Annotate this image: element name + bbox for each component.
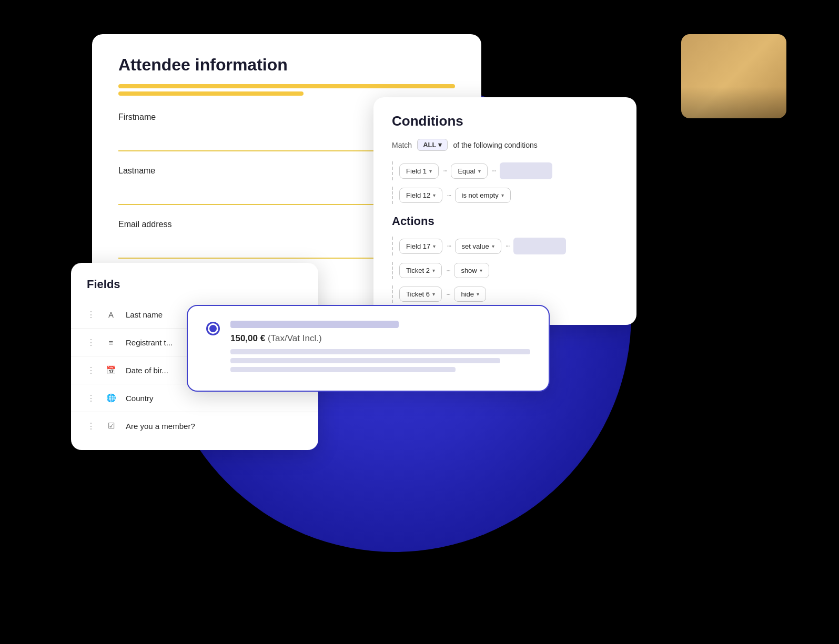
ticket-inner: 150,00 € (Tax/Vat Incl.): [206, 321, 530, 376]
attendee-card-title: Attendee information: [118, 55, 455, 75]
actions-title: Actions: [392, 214, 618, 228]
ticket-desc-line-3: [230, 367, 456, 372]
condition-row-2: Field 12 ▾ ··· is not empty ▾: [392, 187, 618, 204]
drag-handle-icon[interactable]: ⋮: [87, 310, 96, 320]
condition-op2-button[interactable]: is not empty ▾: [455, 188, 511, 203]
ticket-card[interactable]: 150,00 € (Tax/Vat Incl.): [187, 305, 550, 392]
radio-button[interactable]: [206, 322, 220, 335]
action-op3-button[interactable]: hide ▾: [454, 287, 486, 302]
action-op3-chevron-icon: ▾: [477, 291, 479, 297]
action-op1-label: set value: [462, 242, 489, 250]
ticket-desc-line-2: [230, 358, 500, 363]
action-value1-input[interactable]: [513, 238, 566, 254]
condition-op2-label: is not empty: [462, 191, 499, 199]
ticket-price: 150,00 € (Tax/Vat Incl.): [230, 333, 530, 344]
progress-bar-partial: [118, 91, 304, 96]
action-op2-chevron-icon: ▾: [480, 268, 482, 273]
drag-handle-icon-3[interactable]: ⋮: [87, 365, 96, 375]
action-field3-chevron-icon: ▾: [432, 291, 435, 297]
drag-handle-icon-5[interactable]: ⋮: [87, 421, 96, 431]
ticket-tax-label: (Tax/Vat Incl.): [268, 333, 322, 343]
field-type-checkbox-icon: ☑: [104, 418, 118, 433]
action-field1-chevron-icon: ▾: [433, 243, 436, 249]
condition-field1-label: Field 1: [406, 167, 427, 175]
action-field1-button[interactable]: Field 17 ▾: [399, 239, 442, 254]
conditions-card: Conditions Match ALL ▾ of the following …: [373, 97, 636, 325]
action-op1-button[interactable]: set value ▾: [455, 239, 501, 254]
action-field2-button[interactable]: Ticket 2 ▾: [399, 263, 442, 278]
field-name-country: Country: [126, 394, 302, 403]
ticket-content: 150,00 € (Tax/Vat Incl.): [230, 321, 530, 376]
op2-chevron-icon: ▾: [501, 192, 504, 198]
action-dot-4: ···: [446, 290, 450, 299]
field1-chevron-icon: ▾: [429, 168, 432, 174]
action-dot-1: ···: [447, 241, 450, 251]
match-label-text: Match: [392, 141, 412, 149]
decorative-image: [681, 34, 786, 118]
field-item-member: ⋮ ☑ Are you a member?: [71, 412, 318, 439]
match-row: Match ALL ▾ of the following conditions: [392, 139, 618, 151]
field-type-text-icon-2: ≡: [104, 335, 118, 350]
action-op3-label: hide: [461, 290, 474, 298]
dot-connector-2: ···: [492, 166, 496, 176]
match-value-button[interactable]: ALL ▾: [417, 139, 448, 151]
progress-bar-full: [118, 84, 455, 88]
action-field1-label: Field 17: [406, 242, 430, 250]
field-type-text-icon: A: [104, 307, 118, 322]
match-value-text: ALL: [423, 141, 436, 149]
action-row-3: Ticket 6 ▾ ··· hide ▾: [392, 285, 618, 303]
ticket-title-placeholder: [230, 321, 399, 328]
field-type-date-icon: 📅: [104, 363, 118, 377]
condition-row-1: Field 1 ▾ ··· Equal ▾ ···: [392, 161, 618, 180]
dot-connector-1: ···: [443, 166, 447, 176]
condition-op1-button[interactable]: Equal ▾: [451, 163, 487, 179]
fields-title: Fields: [71, 278, 318, 291]
field2-chevron-icon: ▾: [433, 192, 436, 198]
condition-field2-button[interactable]: Field 12 ▾: [399, 188, 442, 203]
op1-chevron-icon: ▾: [478, 168, 481, 174]
action-field2-label: Ticket 2: [406, 267, 430, 274]
action-op2-button[interactable]: show ▾: [454, 263, 489, 278]
action-dot-3: ···: [446, 266, 450, 275]
action-row-2: Ticket 2 ▾ ··· show ▾: [392, 262, 618, 279]
drag-handle-icon-2[interactable]: ⋮: [87, 338, 96, 347]
condition-field2-label: Field 12: [406, 191, 430, 199]
match-suffix-text: of the following conditions: [453, 141, 537, 149]
field-type-globe-icon: 🌐: [104, 391, 118, 405]
action-dot-2: ···: [506, 241, 509, 251]
ticket-price-value: 150,00 €: [230, 333, 265, 343]
match-chevron-icon: ▾: [438, 141, 442, 149]
action-field3-label: Ticket 6: [406, 290, 430, 298]
radio-button-fill: [209, 325, 217, 332]
action-row-1: Field 17 ▾ ··· set value ▾ ···: [392, 237, 618, 255]
action-field3-button[interactable]: Ticket 6 ▾: [399, 287, 442, 302]
ticket-desc-line-1: [230, 349, 530, 354]
condition-value1-input[interactable]: [500, 162, 552, 179]
conditions-title: Conditions: [392, 113, 618, 129]
field-name-member: Are you a member?: [126, 422, 302, 431]
action-op1-chevron-icon: ▾: [492, 243, 494, 249]
condition-field1-button[interactable]: Field 1 ▾: [399, 163, 439, 179]
drag-handle-icon-4[interactable]: ⋮: [87, 393, 96, 403]
progress-bars: [118, 84, 455, 96]
action-op2-label: show: [461, 267, 477, 274]
condition-op1-label: Equal: [458, 167, 475, 175]
action-field2-chevron-icon: ▾: [432, 268, 435, 273]
dot-connector-3: ···: [447, 191, 450, 200]
